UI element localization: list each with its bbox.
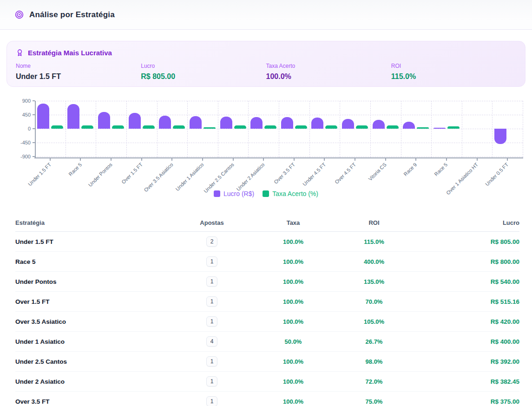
strategy-table: Estratégia Apostas Taxa ROI Lucro Under … — [0, 214, 532, 406]
cell-lucro: R$ 375.00 — [408, 398, 519, 405]
cell-lucro: R$ 800.00 — [408, 258, 519, 265]
legend-lucro-label: Lucro (R$) — [223, 190, 254, 197]
col-header-lucro: Lucro — [408, 219, 519, 226]
cell-roi: 115.0% — [340, 238, 408, 245]
x-axis-label: Under 2.5 Cantos — [203, 162, 235, 194]
gridline — [523, 101, 523, 157]
cell-taxa: 100.0% — [247, 258, 340, 265]
cell-lucro: R$ 420.00 — [408, 318, 519, 325]
cell-apostas: 1 — [177, 276, 247, 287]
x-axis-line — [34, 157, 523, 158]
cell-lucro: R$ 540.00 — [408, 278, 519, 285]
gridline — [157, 101, 158, 157]
bar-lucro — [220, 117, 232, 129]
x-axis-label: Race 5 — [433, 162, 448, 177]
bar-taxa — [387, 125, 399, 129]
bar-taxa — [112, 125, 124, 129]
gridline — [218, 101, 218, 157]
cell-apostas: 4 — [177, 336, 247, 347]
strategy-bar-chart[interactable]: 9004500-450-900Under 1.5 FTRace 5Under P… — [0, 92, 532, 205]
legend-taxa-label: Taxa Acerto (%) — [272, 190, 318, 197]
apostas-badge: 2 — [206, 236, 217, 247]
cell-apostas: 1 — [177, 396, 247, 406]
apostas-badge: 1 — [206, 376, 217, 386]
best-field-taxa-label: Taxa Acerto — [266, 63, 391, 69]
bar-taxa — [325, 125, 337, 129]
cell-roi: 26.7% — [340, 338, 408, 345]
gridline — [279, 101, 279, 157]
best-field-lucro-value: R$ 805.00 — [141, 72, 266, 81]
x-axis-tick — [171, 158, 172, 161]
x-axis-label: Over 4.5 FT — [334, 162, 357, 185]
table-header-row: Estratégia Apostas Taxa ROI Lucro — [15, 214, 519, 232]
table-row: Under 2 Asiatico1100.0%72.0%R$ 382.45 — [15, 372, 519, 392]
bar-lucro — [373, 120, 385, 129]
cell-strategy: Over 1.5 FT — [15, 298, 177, 305]
table-row: Over 1.5 FT1100.0%70.0%R$ 515.16 — [15, 292, 519, 312]
cell-strategy: Under 1 Asiatico — [15, 338, 177, 345]
x-axis-tick — [233, 158, 234, 161]
x-axis-label: Under Pontos — [87, 162, 113, 188]
cell-lucro: R$ 392.00 — [408, 358, 519, 365]
gridline — [370, 101, 371, 157]
x-axis-label: Over 3.5 Asiatico — [143, 162, 174, 193]
x-axis-label: Under 4.5 FT — [302, 162, 327, 187]
x-axis-label: Over 3.5 FT — [273, 162, 296, 185]
gridline — [66, 101, 66, 157]
x-axis-tick — [385, 158, 386, 161]
gridline — [462, 101, 462, 157]
x-axis-label: Under 1 Asiatico — [174, 162, 204, 192]
col-header-roi: ROI — [340, 219, 408, 226]
bar-lucro — [37, 104, 49, 129]
y-axis-line — [35, 101, 36, 157]
apostas-badge: 1 — [206, 276, 217, 287]
cell-roi: 105.0% — [340, 318, 408, 325]
best-field-nome-label: Nome — [16, 63, 141, 69]
cell-lucro: R$ 400.00 — [408, 338, 519, 345]
taxa-swatch-icon — [263, 190, 269, 197]
best-strategy-card: Estratégia Mais Lucrativa Nome Under 1.5… — [7, 41, 525, 87]
bar-taxa — [417, 127, 429, 129]
cell-strategy: Under 2.5 Cantos — [15, 358, 177, 365]
cell-strategy: Over 3.5 FT — [15, 398, 177, 405]
x-axis-tick — [415, 158, 416, 161]
cell-roi: 75.0% — [340, 398, 408, 405]
col-header-estrategia: Estratégia — [15, 219, 177, 226]
y-axis-tick-label: 450 — [13, 112, 31, 118]
cell-strategy: Race 5 — [15, 258, 177, 265]
x-axis-tick — [294, 158, 295, 161]
table-row: Under 2.5 Cantos1100.0%98.0%R$ 392.00 — [15, 352, 519, 372]
x-axis-tick — [446, 158, 447, 161]
bar-lucro — [433, 128, 446, 129]
cell-apostas: 1 — [177, 256, 247, 267]
x-axis-tick — [141, 158, 142, 161]
best-card-title: Estratégia Mais Lucrativa — [28, 49, 112, 57]
target-icon — [15, 10, 24, 19]
apostas-badge: 1 — [206, 256, 217, 267]
x-axis-tick — [507, 158, 508, 161]
cell-roi: 72.0% — [340, 378, 408, 385]
x-axis-tick — [477, 158, 478, 161]
bar-taxa — [143, 125, 155, 129]
best-field-roi-label: ROI — [391, 63, 516, 69]
bar-taxa — [356, 125, 368, 129]
gridline — [187, 101, 188, 157]
cell-taxa: 100.0% — [247, 298, 340, 305]
bar-taxa — [204, 127, 216, 129]
bar-taxa — [173, 125, 185, 129]
apostas-badge: 1 — [206, 296, 217, 307]
x-axis-label: Race 9 — [403, 162, 418, 177]
x-axis-tick — [263, 158, 264, 161]
bar-lucro — [98, 112, 110, 129]
table-row: Under 1.5 FT2100.0%115.0%R$ 805.00 — [15, 232, 519, 252]
bar-lucro — [403, 122, 415, 129]
x-axis-label: Over 1.5 FT — [120, 162, 144, 185]
gridline — [248, 101, 249, 157]
best-field-taxa: Taxa Acerto 100.0% — [266, 63, 391, 81]
cell-lucro: R$ 515.16 — [408, 298, 519, 305]
cell-roi: 400.0% — [340, 258, 408, 265]
bar-taxa — [234, 125, 246, 129]
bar-taxa — [51, 125, 63, 129]
section-header: Análise por Estratégia — [0, 0, 532, 30]
cell-taxa: 100.0% — [247, 318, 340, 325]
